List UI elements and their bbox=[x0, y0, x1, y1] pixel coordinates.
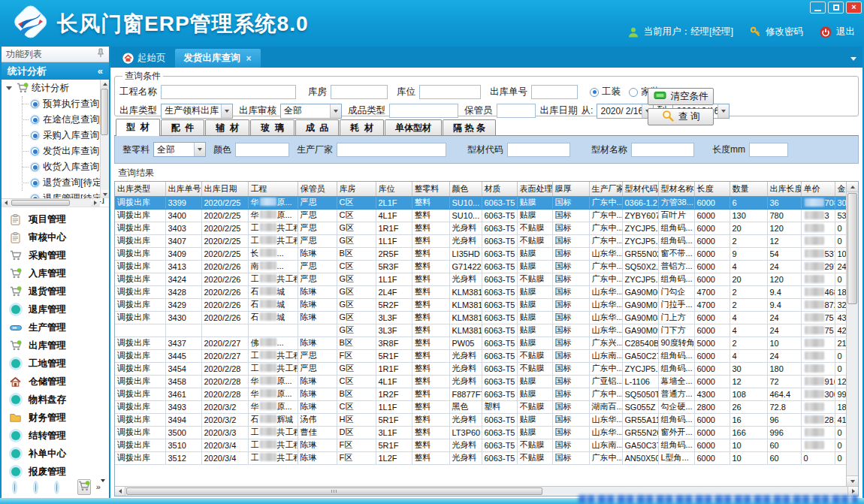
tab-起始页[interactable]: 起始页 bbox=[113, 49, 175, 68]
tree-item[interactable]: 预算执行查询 bbox=[2, 96, 109, 112]
more-buttons-chevron[interactable]: » bbox=[96, 484, 105, 490]
sidebar-item-出库管理[interactable]: 出库管理 bbox=[2, 337, 109, 355]
search-button[interactable]: 查 询 bbox=[648, 108, 714, 125]
column-header[interactable]: 整零料 bbox=[412, 182, 449, 196]
dock-cart-button[interactable] bbox=[77, 479, 91, 495]
column-header[interactable]: 工程 bbox=[248, 182, 298, 196]
minimize-button[interactable] bbox=[810, 2, 826, 14]
radio-industrial[interactable] bbox=[590, 88, 599, 97]
table-row[interactable]: 调拨出库35102020/3/4工共工程陈琳F区5R1F整料光身料6063-T5… bbox=[115, 439, 857, 451]
profile-code-input[interactable] bbox=[507, 143, 570, 157]
scroll-down-icon[interactable] bbox=[847, 475, 858, 486]
table-row[interactable]: 调拨出库34452020/2/27工共工程严思F区5R1F整料光身料6063-T… bbox=[115, 349, 857, 362]
product-type-input[interactable] bbox=[389, 104, 458, 118]
column-header[interactable]: 库位 bbox=[376, 182, 412, 196]
column-header[interactable]: 生产厂家 bbox=[589, 182, 622, 196]
column-header[interactable]: 保管员 bbox=[298, 182, 337, 196]
table-row[interactable]: 调拨出库34372020/2/27佛...陈琳B区3R8F整料PW056063-… bbox=[115, 337, 857, 349]
tab-发货出库查询[interactable]: 发货出库查询× bbox=[175, 49, 261, 68]
sidebar-item-项目管理[interactable]: 项目管理 bbox=[2, 210, 109, 228]
table-row[interactable]: 调拨出库34612020/2/28华原...陈琳B区1R2F整料F8877FT6… bbox=[115, 388, 857, 400]
project-name-input[interactable] bbox=[161, 85, 296, 99]
sidebar-item-补单中心[interactable]: 补单中心 bbox=[2, 445, 109, 463]
tree-item[interactable]: 在途信息查询[待 bbox=[2, 112, 109, 128]
order-no-input[interactable] bbox=[531, 85, 578, 99]
scroll-up-icon[interactable] bbox=[101, 80, 109, 88]
dropdown-arrow-icon[interactable] bbox=[330, 104, 341, 118]
column-header[interactable]: 出库单号 bbox=[165, 182, 201, 196]
column-header[interactable]: 长度 bbox=[694, 182, 730, 196]
sidebar-group-header[interactable]: 统计分析 « bbox=[2, 62, 109, 80]
sidebar-item-财务管理[interactable]: 财务管理 bbox=[2, 409, 109, 427]
column-header[interactable]: 出库类型 bbox=[115, 182, 165, 196]
clear-conditions-button[interactable]: 清空条件 bbox=[648, 88, 714, 105]
manufacturer-input[interactable] bbox=[337, 143, 446, 157]
scroll-down-icon[interactable] bbox=[101, 190, 109, 198]
column-header[interactable]: 单价 bbox=[801, 182, 835, 196]
whole-part-select[interactable]: 全部 bbox=[153, 142, 206, 157]
outbound-type-select[interactable]: 生产领料出库 bbox=[161, 104, 233, 119]
table-row[interactable]: 调拨出库34132020/2/26南...严思C区5R3F整料G71422606… bbox=[115, 260, 857, 273]
column-header[interactable]: 材质 bbox=[482, 182, 517, 196]
radio-home[interactable] bbox=[629, 88, 638, 97]
sidebar-item-仓储管理[interactable]: 仓储管理 bbox=[2, 373, 109, 391]
sidebar-item-结转管理[interactable]: 结转管理 bbox=[2, 427, 109, 445]
dock-circle-icon[interactable] bbox=[14, 483, 15, 492]
table-row[interactable]: 调拨出库34542020/2/28工共工程严思G区1R1F整料光身料6063-T… bbox=[115, 362, 857, 375]
sidebar-item-工地管理[interactable]: 工地管理 bbox=[2, 355, 109, 373]
vertical-scrollbar[interactable] bbox=[846, 182, 858, 486]
sidebar-item-生产管理[interactable]: 生产管理 bbox=[2, 318, 109, 337]
length-input[interactable] bbox=[749, 143, 788, 157]
column-header[interactable]: 库房 bbox=[337, 182, 376, 196]
dropdown-arrow-icon[interactable] bbox=[221, 104, 232, 118]
column-header[interactable]: 膜厚 bbox=[552, 182, 589, 196]
date-from-select[interactable]: 2020/ 2/16 bbox=[597, 104, 654, 119]
radio-industrial-label[interactable]: 工装 bbox=[602, 86, 621, 98]
table-row[interactable]: 调拨出库35002020/3/3工共工程曹佳D区3L1F整料LT3P606063… bbox=[115, 426, 857, 439]
tree-vertical-scrollbar[interactable] bbox=[100, 80, 109, 198]
table-row[interactable]: 调拨出库34932020/3/2华原...陈琳C区1L1F整料黑色塑料不贴膜国标… bbox=[115, 400, 857, 413]
sidebar-item-入库管理[interactable]: 入库管理 bbox=[2, 264, 109, 282]
sidebar-item-退货管理[interactable]: 退货管理 bbox=[2, 282, 109, 300]
table-row[interactable]: 调拨出库34242020/2/26工共工程严思G区1L1F整料光身料6063-T… bbox=[115, 273, 857, 285]
audit-select[interactable]: 全部 bbox=[280, 104, 342, 119]
table-row[interactable]: 调拨出库34302020/2/26石城陈琳G区3L3F整料KLM38176063… bbox=[115, 311, 857, 324]
table-row[interactable]: 调拨出库34282020/2/26石城陈琳G区2L4F整料KLM38176063… bbox=[115, 285, 857, 298]
close-button[interactable]: × bbox=[846, 2, 862, 14]
table-row[interactable]: 调拨出库34032020/2/25工共工程严思G区1R1F整料光身料6063-T… bbox=[115, 222, 857, 234]
profile-name-input[interactable] bbox=[631, 143, 694, 157]
column-header[interactable]: 型材名称 bbox=[658, 182, 694, 196]
table-row[interactable]: 调拨出库34942020/3/2石辉城汤伟H区5R1F整料光身料6063-T5贴… bbox=[115, 413, 857, 426]
table-row[interactable]: 调拨出库34092020/2/25长...陈琳B区2R5F整料LI35HD606… bbox=[115, 247, 857, 260]
vertical-scroll-thumb[interactable] bbox=[847, 193, 857, 304]
sidebar-item-物料盘存[interactable]: 物料盘存 bbox=[2, 391, 109, 409]
maximize-button[interactable] bbox=[828, 2, 844, 14]
dropdown-arrow-icon[interactable] bbox=[194, 143, 205, 156]
tree-vscroll-thumb[interactable] bbox=[101, 89, 108, 135]
tree-hscroll-thumb[interactable] bbox=[11, 200, 70, 206]
tab-close-icon[interactable]: × bbox=[246, 53, 252, 64]
scroll-up-icon[interactable] bbox=[847, 182, 858, 192]
sidebar-item-采购管理[interactable]: 采购管理 bbox=[2, 246, 109, 264]
column-header[interactable]: 数量 bbox=[730, 182, 767, 196]
column-header[interactable]: 出库长度 bbox=[767, 182, 801, 196]
tree-item[interactable]: 收货入库查询 bbox=[2, 159, 109, 175]
keeper-input[interactable] bbox=[497, 104, 536, 118]
tree-item[interactable]: 退货查询[待定] bbox=[2, 175, 109, 191]
tree-horizontal-scrollbar[interactable] bbox=[2, 198, 100, 207]
sidebar-item-退库管理[interactable]: 退库管理 bbox=[2, 300, 109, 318]
table-row[interactable]: 调拨出库34582020/2/28华原...陈琳C区4L1F整料光身料6063-… bbox=[115, 375, 857, 388]
table-row[interactable]: 调拨出库35122020/3/4工共工程陈琳F区1L2F整料光身料6063-T5… bbox=[115, 451, 857, 464]
tree-root-node[interactable]: 统计分析 bbox=[2, 80, 109, 96]
tree-expander-icon[interactable] bbox=[6, 86, 12, 90]
column-header[interactable]: 表面处理 bbox=[517, 182, 552, 196]
logout-link[interactable]: 退出 bbox=[836, 26, 855, 38]
sidebar-item-报废管理[interactable]: 报废管理 bbox=[2, 463, 109, 478]
change-password-link[interactable]: 修改密码 bbox=[766, 26, 803, 38]
table-row[interactable]: 调拨出库33992020/2/25华原...严思C区2L1F整料SU10...6… bbox=[115, 196, 857, 209]
pin-icon[interactable] bbox=[97, 48, 104, 60]
table-row[interactable]: 调拨出库34292020/2/26石城陈琳G区5R2F整料KLM38176063… bbox=[115, 298, 857, 311]
column-header[interactable]: 颜色 bbox=[449, 182, 482, 196]
warehouse-input[interactable] bbox=[331, 85, 388, 99]
scroll-left-icon[interactable] bbox=[115, 487, 125, 496]
